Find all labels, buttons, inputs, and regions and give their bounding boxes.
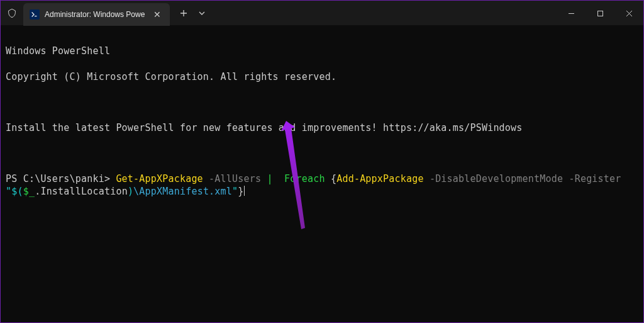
cmd-token: Foreach (284, 173, 325, 184)
cmd-token: "$( (6, 186, 23, 197)
cmd-token: | (267, 173, 272, 184)
prompt: PS C:\Users\panki> (6, 173, 116, 184)
output-line (6, 96, 638, 108)
titlebar-drag-area[interactable] (210, 1, 557, 25)
cmd-token: { (325, 173, 336, 184)
new-tab-button[interactable] (174, 3, 194, 23)
cmd-token: \AppXManifest.xml (133, 186, 232, 197)
terminal-output[interactable]: Windows PowerShell Copyright (C) Microso… (1, 26, 643, 217)
cmd-token: .InstallLocation (35, 186, 128, 197)
cmd-token: $_ (23, 186, 35, 197)
cmd-token (273, 173, 284, 184)
cmd-token: } (238, 186, 243, 197)
shield-icon (1, 1, 23, 25)
tab-dropdown-button[interactable] (194, 3, 210, 23)
window-controls (557, 1, 643, 25)
titlebar: Administrator: Windows Powe ✕ (1, 1, 643, 26)
tab-close-button[interactable]: ✕ (150, 8, 165, 21)
cmd-token: ) (128, 186, 133, 197)
titlebar-actions (170, 1, 210, 25)
output-line: Windows PowerShell (6, 45, 638, 57)
maximize-button[interactable] (586, 1, 614, 26)
cmd-token: " (232, 186, 238, 197)
close-button[interactable] (614, 1, 643, 26)
tab-powershell[interactable]: Administrator: Windows Powe ✕ (23, 3, 170, 26)
output-line: Copyright (C) Microsoft Corporation. All… (6, 71, 638, 83)
svg-rect-1 (597, 11, 602, 16)
text-cursor (244, 186, 245, 196)
cmd-token: Get-AppXPackage (116, 173, 203, 184)
command-line: PS C:\Users\panki> Get-AppXPackage -AllU… (6, 173, 638, 198)
minimize-button[interactable] (557, 1, 586, 26)
cmd-token: -AllUsers (203, 173, 267, 184)
cmd-token: -DisableDevelopmentMode -Register (424, 173, 627, 184)
output-line: Install the latest PowerShell for new fe… (6, 122, 638, 134)
cmd-token: Add-AppxPackage (336, 173, 423, 184)
powershell-icon (30, 9, 40, 20)
output-line (6, 147, 638, 159)
tab-title: Administrator: Windows Powe (45, 10, 145, 19)
svg-rect-0 (30, 10, 39, 19)
